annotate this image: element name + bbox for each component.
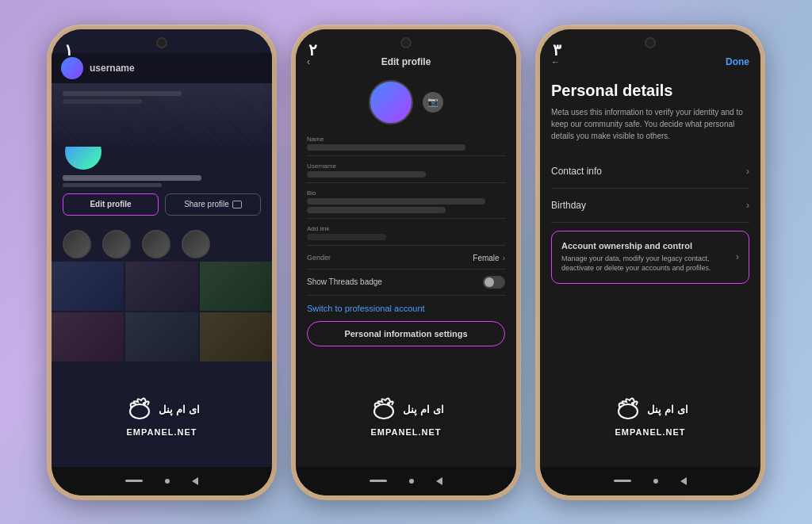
share-icon xyxy=(232,201,242,208)
p3-header: ← Done xyxy=(540,50,760,74)
account-ownership-title: Account ownership and control xyxy=(561,241,736,251)
p2-link-field[interactable]: Add link xyxy=(307,220,505,246)
p1-avatar-small xyxy=(61,57,83,79)
p1-username: username xyxy=(90,63,135,74)
p1-cover xyxy=(52,83,272,147)
p2-avatar[interactable] xyxy=(369,80,413,124)
p3-done-button[interactable]: Done xyxy=(726,56,749,67)
birthday-row[interactable]: Birthday › xyxy=(551,189,749,223)
phone3-bottom-bar xyxy=(540,467,760,495)
step-number-2: ۲ xyxy=(308,40,317,59)
p2-bio-field[interactable]: Bio xyxy=(307,185,505,219)
p2-name-label: Name xyxy=(307,136,505,143)
p1-buttons: Edit profile Share profile xyxy=(63,193,261,216)
phone-2: ۲ ‹ Edit profile 📷 Name Username xyxy=(291,25,521,500)
phone1-bottom-bar xyxy=(52,467,272,495)
nav-home-icon xyxy=(165,479,170,484)
nav-recent-icon-2 xyxy=(370,480,387,482)
nav-back-icon-3 xyxy=(680,477,687,485)
share-profile-button[interactable]: Share profile xyxy=(165,193,261,216)
svg-point-1 xyxy=(143,402,146,405)
p2-toggle-knob xyxy=(485,277,494,287)
bird-logo-icon xyxy=(124,394,155,426)
highlight-3 xyxy=(142,230,170,258)
highlight-1 xyxy=(63,230,91,258)
phone-notch-2 xyxy=(400,37,412,48)
birthday-chevron-icon: › xyxy=(746,200,749,211)
contact-info-row[interactable]: Contact info › xyxy=(551,155,749,189)
account-ownership-row[interactable]: Account ownership and control Manage you… xyxy=(551,231,749,284)
p2-link-label: Add link xyxy=(307,225,505,232)
watermark-1: ای ام پنل EMPANEL.NET xyxy=(52,394,272,437)
account-ownership-content: Account ownership and control Manage you… xyxy=(561,241,736,273)
ownership-chevron-icon: › xyxy=(736,251,739,262)
p1-profile-section: Edit profile Share profile xyxy=(52,147,272,222)
contact-info-label: Contact info xyxy=(551,166,602,177)
nav-recent-icon xyxy=(125,480,143,482)
step-number-1: ۱ xyxy=(64,40,73,59)
highlight-4 xyxy=(182,230,210,258)
watermark-url-1: EMPANEL.NET xyxy=(126,427,197,437)
switch-professional-link[interactable]: Switch to professional account xyxy=(307,296,505,318)
account-ownership-desc: Manage your data, modify your legacy con… xyxy=(561,254,736,273)
post-3 xyxy=(200,262,272,311)
p2-avatar-area: 📷 xyxy=(296,74,516,131)
post-4 xyxy=(52,312,124,361)
p2-edit-profile-title: Edit profile xyxy=(381,56,431,67)
p2-threads-toggle[interactable] xyxy=(483,276,505,289)
p1-header: username xyxy=(52,53,272,83)
nav-back-icon xyxy=(192,477,198,485)
post-1 xyxy=(52,262,124,311)
p2-name-field[interactable]: Name xyxy=(307,131,505,156)
step-number-3: ۳ xyxy=(553,40,561,59)
watermark-persian-1: ای ام پنل xyxy=(159,404,199,415)
p2-camera-button[interactable]: 📷 xyxy=(423,92,443,113)
p2-form: Name Username Bio Add link xyxy=(296,131,516,467)
post-2 xyxy=(125,262,197,311)
p2-gender-row[interactable]: Gender Female › xyxy=(307,247,505,270)
p2-gender-label: Gender xyxy=(307,254,331,262)
chevron-right-icon: › xyxy=(503,254,505,262)
nav-home-icon-2 xyxy=(409,479,414,484)
p3-content: Personal details Meta uses this informat… xyxy=(540,74,760,467)
phone1-screen: ۱ username xyxy=(52,29,272,467)
p2-bio-label: Bio xyxy=(307,189,505,197)
post-6 xyxy=(200,312,272,361)
highlight-2 xyxy=(102,230,131,258)
svg-point-0 xyxy=(130,404,149,419)
post-5 xyxy=(125,312,197,361)
birthday-label: Birthday xyxy=(551,200,586,211)
p1-stats xyxy=(52,230,272,258)
phone2-screen: ۲ ‹ Edit profile 📷 Name Username xyxy=(296,29,516,467)
phone2-bottom-bar xyxy=(296,467,516,495)
contact-chevron-icon: › xyxy=(746,166,749,177)
phone3-screen: ۳ ← Done Personal details Meta uses this… xyxy=(540,29,760,467)
phone-notch-1 xyxy=(156,37,167,48)
phone-1: ۱ username xyxy=(47,25,277,500)
personal-information-settings-button[interactable]: Personal information settings xyxy=(307,321,505,346)
nav-recent-icon-3 xyxy=(614,480,631,482)
phone-notch-3 xyxy=(645,37,656,48)
personal-details-description: Meta uses this information to verify you… xyxy=(551,106,749,142)
phone-3: ۳ ← Done Personal details Meta uses this… xyxy=(535,25,765,500)
nav-home-icon-3 xyxy=(653,479,658,484)
p2-username-field[interactable]: Username xyxy=(307,158,505,183)
edit-profile-button[interactable]: Edit profile xyxy=(63,193,159,216)
personal-details-title: Personal details xyxy=(551,82,749,100)
p2-header: ‹ Edit profile xyxy=(296,50,516,74)
nav-back-icon-2 xyxy=(436,477,442,485)
p2-threads-toggle-row: Show Threads badge xyxy=(307,270,505,296)
p2-gender-value: Female › xyxy=(473,254,505,262)
p2-threads-badge-label: Show Threads badge xyxy=(307,277,382,286)
p1-posts-grid xyxy=(52,258,272,365)
p2-username-label: Username xyxy=(307,163,505,170)
